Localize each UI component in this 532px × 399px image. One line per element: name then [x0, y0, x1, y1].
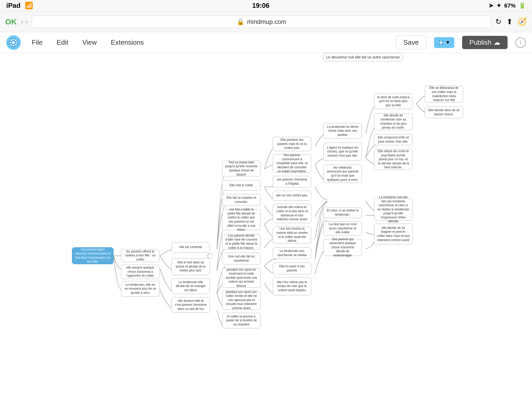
battery-icon: 🔋	[519, 2, 526, 9]
node-sport-voiture[interactable]: pendant son sport en traversant la route…	[222, 268, 261, 288]
node-parents-inquietent[interactable]: Ses parents commencent à s'inquiéter pou…	[273, 154, 311, 172]
node-contente[interactable]: elle est contente	[171, 242, 210, 252]
info-icon: i	[520, 39, 521, 46]
ipad-label: iPad	[6, 2, 21, 10]
file-menu[interactable]: File	[29, 36, 46, 49]
node-decide-changer[interactable]: Le lendemain elle décide de se changer l…	[171, 278, 210, 294]
back-button[interactable]: ‹	[21, 18, 23, 26]
node-baigner-collier[interactable]: elle décide de se baigner et perd le col…	[374, 224, 413, 244]
node-en-parle[interactable]: Elle en parle à ses parents	[273, 263, 311, 274]
node-enleva-collier[interactable]: ensuite elle enleva le collier et le jet…	[273, 204, 311, 223]
svg-point-7	[15, 39, 17, 41]
svg-point-5	[13, 45, 14, 46]
node-debarrassa[interactable]: Elle se débarassa de son collier mais la…	[425, 86, 463, 103]
node-folle[interactable]: elle devient folle et c'est parents l'em…	[171, 297, 210, 313]
status-right: ➤ ✦ 67% 🔋	[489, 2, 526, 9]
node-poche[interactable]: Elle le met dans sa poche et décide de l…	[171, 258, 210, 275]
node-ressent-anormal[interactable]: elle ressent quelque chose d'anormal à l…	[121, 265, 159, 279]
svg-point-11	[440, 42, 442, 44]
node-parents-redeménager[interactable]: Ses parents qui ressentent quelque chose…	[323, 239, 362, 256]
svg-point-3	[16, 42, 17, 43]
node-refuse-interner[interactable]: Elle refuse de croire le psychiatre qu'e…	[374, 149, 413, 170]
small-circle-node[interactable]	[208, 254, 213, 259]
status-left: iPad 📶	[6, 2, 33, 10]
node-ne-sortira[interactable]: alle ne s'en sortira pas.	[273, 191, 311, 201]
root-node[interactable]: Les personnages viennent d'anniversaire …	[72, 247, 114, 264]
svg-point-15	[441, 44, 442, 45]
svg-point-8	[10, 44, 12, 46]
svg-point-1	[12, 41, 15, 44]
publish-button[interactable]: Publish ☁	[462, 36, 508, 49]
forward-button[interactable]: ›	[25, 18, 28, 26]
share-button[interactable]: ⬆	[507, 17, 513, 26]
node-sport-collier-tombe[interactable]: pendant son sport son collier tombe et e…	[222, 290, 261, 310]
url-text: mindmup.com	[247, 18, 286, 25]
node-cadeau[interactable]: les parents offrent le cadeau à leur fil…	[121, 249, 159, 262]
nav-arrows: ‹ ›	[21, 18, 28, 26]
node-troisieme-nuit[interactable]: La troisième nuit elle fait une troisièm…	[374, 198, 413, 221]
svg-point-14	[441, 40, 442, 41]
reload-button[interactable]: ↻	[495, 17, 501, 26]
svg-point-13	[442, 42, 443, 43]
compass-button[interactable]: 🧭	[518, 17, 527, 26]
mindmap-canvas[interactable]: Les personnages viennent d'anniversaire …	[0, 53, 532, 399]
battery-label: 67%	[504, 2, 516, 9]
bluetooth-icon: ✦	[496, 2, 501, 9]
settings-button[interactable]: ▼	[434, 37, 454, 48]
svg-point-6	[10, 39, 12, 41]
node-tout-se-passe[interactable]: Tout se passe bien jusqu'à qu'elle resse…	[222, 161, 261, 176]
svg-point-12	[439, 42, 440, 43]
status-bar: iPad 📶 19:06 ➤ ✦ 67% 🔋	[0, 0, 532, 11]
node-met-collier[interactable]: Elle met le collier	[222, 180, 261, 191]
svg-point-4	[13, 39, 14, 40]
node-laisser-mourir[interactable]: Elle décide alors de se laisser mourir.	[425, 107, 463, 118]
connections-svg	[0, 53, 532, 399]
node-malaise[interactable]: Elle fait un malaise et convulse.	[222, 194, 261, 206]
node-celui-realise[interactable]: Et celui -ci se réalise le lendemain.	[323, 208, 362, 218]
view-menu[interactable]: View	[79, 36, 100, 49]
status-time: 19:06	[252, 2, 270, 10]
nav-icons: ↻ ⬆ 🧭	[495, 17, 527, 26]
node-table-vision[interactable]: une fois a table la petite fille décide …	[222, 209, 261, 230]
wifi-icon: 📶	[25, 2, 33, 10]
node-maison-cendre[interactable]: Une fois revenu la maison était en cendr…	[273, 227, 311, 243]
location-icon: ➤	[489, 2, 493, 9]
publish-label: Publish	[469, 38, 491, 46]
node-lui-dire[interactable]: Lui dire que ce n'est qu'un cauchemar et…	[323, 221, 362, 236]
node-courses[interactable]: Les parents décide d'aller faire les cou…	[222, 234, 261, 250]
app-logo	[6, 35, 21, 50]
node-medecins-jours[interactable]: les médecins annoncent aux parents qu'il…	[323, 165, 362, 183]
edit-menu[interactable]: Edit	[54, 36, 71, 49]
cloud-icon: ☁	[494, 38, 500, 46]
lock-icon: 🔒	[237, 18, 244, 25]
ok-button[interactable]: OK	[5, 17, 17, 26]
node-suite-tete[interactable]: et ainsi de suite jusqu'à qu'il ne lui r…	[374, 94, 413, 109]
node-fenetre[interactable]: le collier la pousse à sauter de la fenê…	[222, 313, 261, 328]
svg-point-9	[15, 44, 17, 46]
node-enfermer-chambre[interactable]: elle décide de s'enfermer d'en sa chambr…	[374, 113, 413, 130]
node-voiture-disparue[interactable]: elle n'eu même pas le temps de crier que…	[273, 277, 311, 295]
node-comprend-rentre[interactable]: Elle comprend enfin et peut rentrer chez…	[374, 134, 413, 145]
svg-point-2	[10, 42, 11, 43]
info-button[interactable]: i	[515, 37, 526, 48]
node-agent-explique[interactable]: L'agent lui explique les choses, que ce …	[323, 143, 362, 161]
save-button[interactable]: Save	[396, 36, 426, 49]
node-cauchemar-realise[interactable]: Le lendemain son cauchemar se réalise	[273, 247, 311, 259]
node-emmene-hopital[interactable]: ses parents l'emmène à l'hôpital	[273, 176, 311, 188]
extensions-menu[interactable]: Extensions	[108, 36, 147, 49]
node-nuit-cauchemar[interactable]: Une nuit elle fait un cauchemar	[222, 253, 261, 264]
node-previent-parents[interactable]: Elle prévient ses parents mais ils ne la…	[273, 137, 311, 151]
node-deuxieme-nuit[interactable]: Le deuxième nuit elle fait un autre cauc…	[323, 53, 403, 61]
node-lendemain-souviens[interactable]: Le lendemain, elle ne se souviens plus d…	[121, 281, 159, 297]
nav-bar: OK ‹ › 🔒 mindmup.com ↻ ⬆ 🧭	[0, 11, 532, 32]
url-bar[interactable]: 🔒 mindmup.com	[32, 16, 491, 28]
menu-bar: File Edit View Extensions Save ▼ Publish…	[0, 32, 532, 53]
node-lendemain-jambes[interactable]: La lendemain la même chose mais avec ses…	[323, 123, 362, 139]
